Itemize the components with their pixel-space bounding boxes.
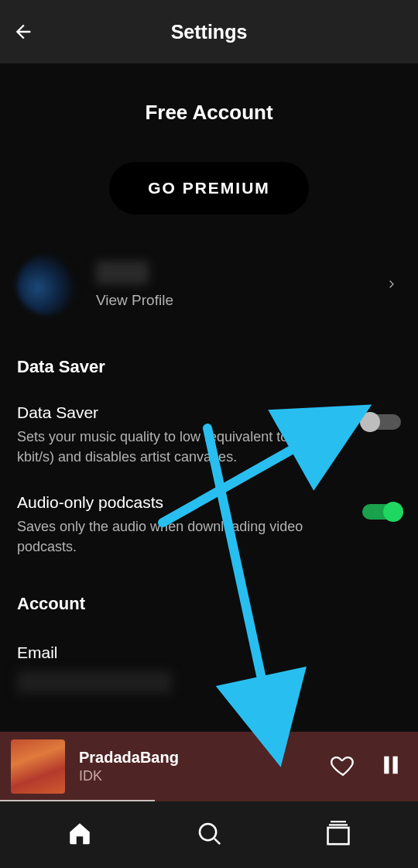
settings-header: Settings: [0, 0, 418, 63]
chevron-right-icon: [387, 278, 396, 292]
track-title: PradadaBang: [79, 749, 330, 767]
svg-rect-1: [393, 756, 398, 774]
page-title: Settings: [171, 21, 248, 43]
bottom-nav: [0, 801, 418, 868]
nav-home[interactable]: [67, 820, 93, 849]
data-saver-toggle[interactable]: [362, 414, 401, 430]
account-block: Free Account GO PREMIUM: [0, 63, 418, 214]
profile-name-redacted: [96, 261, 149, 284]
svg-point-2: [200, 824, 216, 840]
profile-text: View Profile: [96, 261, 173, 309]
section-title-account: Account: [0, 594, 418, 614]
setting-data-saver: Data Saver Sets your music quality to lo…: [0, 403, 418, 467]
like-button[interactable]: [330, 752, 356, 781]
go-premium-button[interactable]: GO PREMIUM: [109, 162, 309, 214]
svg-rect-6: [327, 828, 348, 844]
back-button[interactable]: [11, 19, 36, 44]
email-value-redacted: [17, 671, 172, 693]
nav-library[interactable]: [325, 820, 351, 849]
svg-line-3: [214, 839, 220, 844]
track-artist: IDK: [79, 768, 330, 784]
email-label: Email: [0, 643, 418, 662]
nav-search[interactable]: [196, 820, 222, 849]
audio-only-title: Audio-only podcasts: [17, 493, 344, 512]
now-playing-bar[interactable]: PradadaBang IDK: [0, 732, 418, 801]
home-icon: [67, 820, 93, 846]
settings-content: Free Account GO PREMIUM View Profile Dat…: [0, 63, 418, 732]
pause-icon: [379, 753, 403, 777]
section-title-data-saver: Data Saver: [0, 357, 418, 377]
svg-rect-0: [384, 756, 389, 774]
setting-audio-only-podcasts: Audio-only podcasts Saves only the audio…: [0, 493, 418, 557]
heart-icon: [330, 752, 356, 778]
pause-button[interactable]: [379, 753, 403, 780]
library-icon: [325, 820, 351, 846]
track-info: PradadaBang IDK: [79, 749, 330, 784]
album-art: [11, 739, 65, 794]
arrow-left-icon: [12, 21, 34, 43]
account-type-label: Free Account: [0, 101, 418, 125]
avatar: [17, 255, 77, 315]
data-saver-title: Data Saver: [17, 403, 344, 422]
profile-row[interactable]: View Profile: [0, 250, 418, 320]
view-profile-label: View Profile: [96, 292, 173, 309]
search-icon: [196, 820, 222, 846]
audio-only-desc: Saves only the audio when downloading vi…: [17, 516, 344, 557]
audio-only-toggle[interactable]: [362, 504, 401, 520]
data-saver-desc: Sets your music quality to low (equivale…: [17, 427, 344, 467]
